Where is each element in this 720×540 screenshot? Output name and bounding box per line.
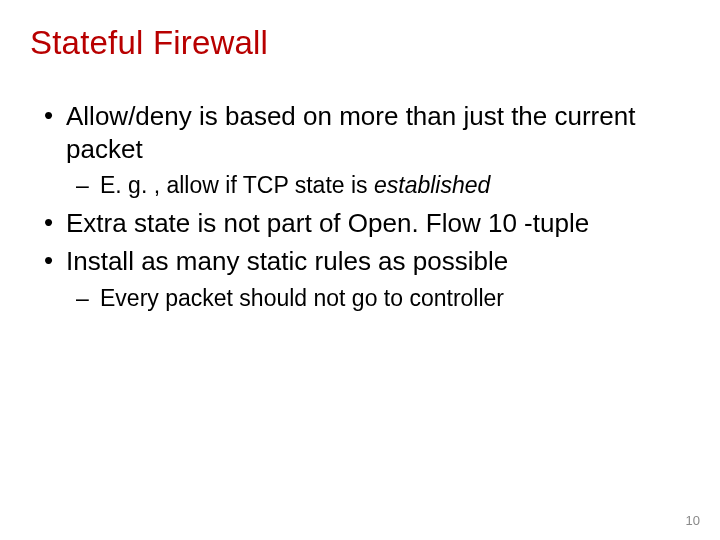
bullet-list-level2: Every packet should not go to controller: [66, 284, 690, 314]
bullet-text: Extra state is not part of Open. Flow 10…: [66, 208, 589, 238]
sub-bullet-item: Every packet should not go to controller: [66, 284, 690, 314]
bullet-item: Allow/deny is based on more than just th…: [30, 100, 690, 201]
bullet-list-level2: E. g. , allow if TCP state is establishe…: [66, 171, 690, 201]
bullet-text: Install as many static rules as possible: [66, 246, 508, 276]
sub-bullet-text: Every packet should not go to controller: [100, 285, 504, 311]
bullet-item: Extra state is not part of Open. Flow 10…: [30, 207, 690, 240]
sub-bullet-text: E. g. , allow if TCP state is: [100, 172, 374, 198]
bullet-item: Install as many static rules as possible…: [30, 245, 690, 313]
sub-bullet-italic: established: [374, 172, 490, 198]
sub-bullet-item: E. g. , allow if TCP state is establishe…: [66, 171, 690, 201]
bullet-list-level1: Allow/deny is based on more than just th…: [30, 100, 690, 314]
bullet-text: Allow/deny is based on more than just th…: [66, 101, 635, 164]
page-number: 10: [686, 513, 700, 528]
slide: Stateful Firewall Allow/deny is based on…: [0, 0, 720, 540]
slide-title: Stateful Firewall: [30, 24, 690, 62]
slide-content: Allow/deny is based on more than just th…: [30, 100, 690, 314]
